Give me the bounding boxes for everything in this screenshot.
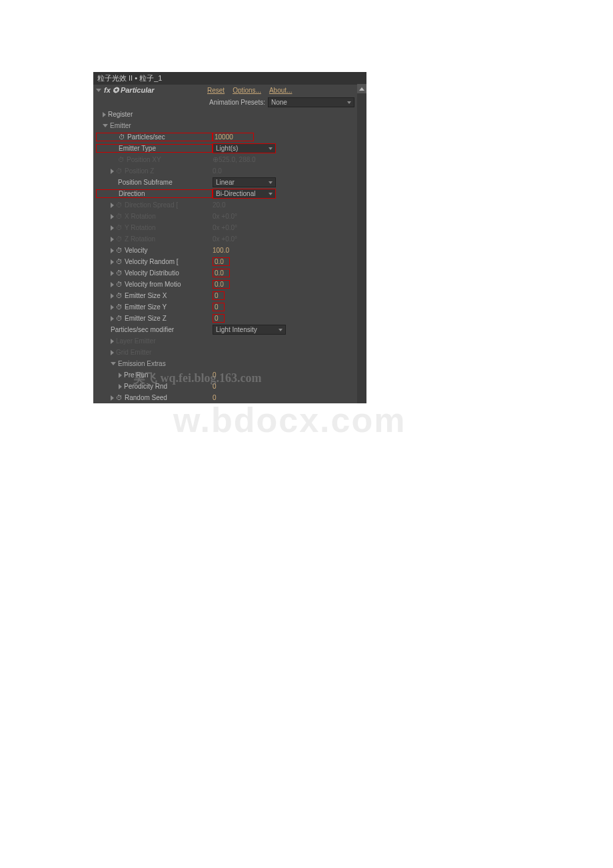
register-group[interactable]: Register — [108, 111, 133, 118]
expand-icon[interactable] — [103, 112, 106, 117]
preset-dropdown[interactable]: None — [268, 97, 354, 107]
stopwatch-icon[interactable]: ⏱ — [116, 167, 123, 175]
property-row: ⏱Velocity Random [0.0 — [93, 256, 366, 267]
property-name: Emitter Type — [119, 145, 156, 152]
stopwatch-icon[interactable]: ⏱ — [116, 394, 123, 401]
property-name: Direction Spread [ — [125, 201, 178, 209]
expand-icon[interactable] — [111, 305, 114, 310]
property-row: DirectionBi-Directional — [93, 188, 366, 199]
expand-icon[interactable] — [111, 293, 114, 299]
property-row: ⏱Emitter Size Z0 — [93, 313, 366, 324]
property-name: X Rotation — [125, 213, 156, 220]
expand-icon[interactable] — [111, 259, 114, 265]
stopwatch-icon[interactable]: ⏱ — [116, 258, 123, 265]
property-name: Velocity from Motio — [125, 281, 181, 288]
position-target-icon[interactable]: ⊕ — [213, 155, 219, 164]
property-value[interactable]: 0.0 — [213, 167, 222, 175]
expand-icon[interactable] — [111, 350, 114, 355]
property-value[interactable]: 525.0, 288.0 — [219, 156, 256, 163]
expand-icon[interactable] — [111, 225, 114, 231]
stopwatch-icon[interactable]: ⏱ — [116, 269, 123, 277]
options-link[interactable]: Options... — [233, 87, 261, 94]
expand-icon[interactable] — [111, 248, 114, 253]
stopwatch-icon[interactable]: ⏱ — [116, 292, 123, 299]
emission-extras-group[interactable]: Emission Extras — [118, 360, 166, 367]
property-name: Velocity — [125, 247, 147, 254]
stopwatch-icon[interactable]: ⏱ — [116, 213, 123, 220]
property-value[interactable]: 20.0 — [213, 201, 225, 209]
property-dropdown[interactable]: Light(s) — [213, 143, 276, 153]
property-value[interactable]: 0x +0.0° — [213, 224, 237, 231]
modifier-dropdown[interactable]: Light Intensity — [213, 325, 286, 335]
effect-header: fx ✪ Particular Reset Options... About..… — [93, 85, 366, 96]
property-value[interactable]: 0.0 — [213, 280, 230, 289]
stopwatch-icon[interactable]: ⏱ — [116, 224, 123, 231]
property-name: Y Rotation — [125, 224, 156, 231]
property-value[interactable]: 10000 — [213, 133, 254, 141]
property-row: ⏱Velocity from Motio0.0 — [93, 279, 366, 290]
expand-icon[interactable] — [111, 316, 114, 321]
property-name: Emitter Size X — [125, 292, 167, 299]
expand-icon[interactable] — [111, 237, 114, 242]
property-value[interactable]: 0.0 — [213, 257, 230, 266]
panel-title: 粒子光效 II • 粒子_1 — [93, 72, 366, 85]
property-name: Position Z — [125, 167, 154, 175]
collapse-icon[interactable] — [111, 362, 116, 365]
scroll-up-button[interactable] — [357, 84, 366, 93]
property-name: Z Rotation — [125, 235, 155, 243]
property-value[interactable]: 0 — [213, 314, 225, 323]
property-row: Emitter TypeLight(s) — [93, 143, 366, 154]
expand-icon[interactable] — [111, 169, 114, 174]
stopwatch-icon[interactable]: ⏱ — [116, 247, 123, 254]
property-name: Velocity Random [ — [125, 258, 179, 265]
property-name: Emitter Size Z — [125, 315, 167, 322]
effect-controls-panel: 粒子光效 II • 粒子_1 fx ✪ Particular Reset Opt… — [93, 72, 366, 403]
property-name: Velocity Distributio — [125, 269, 179, 277]
stopwatch-icon[interactable]: ⏱ — [119, 133, 125, 141]
property-value[interactable]: 0x +0.0° — [213, 235, 237, 243]
property-row: Position SubframeLinear — [93, 177, 366, 188]
expand-icon[interactable] — [111, 395, 114, 401]
property-value[interactable]: 0x +0.0° — [213, 213, 237, 220]
property-name: Position Subframe — [118, 179, 173, 186]
property-value[interactable]: 100.0 — [213, 247, 229, 254]
property-dropdown[interactable]: Bi-Directional — [213, 189, 276, 199]
stopwatch-icon[interactable]: ⏱ — [116, 281, 123, 288]
particles-sec-modifier-label: Particles/sec modifier — [111, 326, 174, 333]
expand-icon[interactable] — [111, 214, 114, 219]
expand-icon[interactable] — [111, 339, 114, 344]
pre-run-value[interactable]: 0 — [213, 371, 217, 379]
stopwatch-icon[interactable]: ⏱ — [116, 235, 123, 243]
property-dropdown[interactable]: Linear — [213, 177, 276, 187]
random-seed-value[interactable]: 0 — [213, 394, 217, 401]
property-name: Emitter Size Y — [125, 303, 167, 311]
stopwatch-icon[interactable]: ⏱ — [118, 156, 125, 163]
chevron-down-icon — [279, 329, 283, 331]
property-row: ⏱Position XY⊕ 525.0, 288.0 — [93, 154, 366, 165]
property-value[interactable]: 0 — [213, 291, 225, 300]
property-value[interactable]: 0.0 — [213, 269, 230, 277]
property-row: ⏱Velocity100.0 — [93, 245, 366, 256]
expand-icon[interactable] — [119, 384, 122, 389]
expand-icon[interactable] — [111, 271, 114, 276]
property-row: ⏱Direction Spread [20.0 — [93, 199, 366, 211]
stopwatch-icon[interactable]: ⏱ — [116, 201, 123, 209]
property-value[interactable]: 0 — [213, 303, 225, 311]
chevron-down-icon — [269, 181, 273, 184]
property-row: ⏱Velocity Distributio0.0 — [93, 267, 366, 279]
about-link[interactable]: About... — [269, 87, 292, 94]
emitter-group[interactable]: Emitter — [110, 122, 131, 129]
collapse-icon[interactable] — [96, 89, 101, 92]
collapse-icon[interactable] — [103, 124, 108, 127]
expand-icon[interactable] — [111, 203, 114, 208]
property-row: ⏱Emitter Size Y0 — [93, 301, 366, 313]
stopwatch-icon[interactable]: ⏱ — [116, 303, 123, 311]
reset-link[interactable]: Reset — [207, 87, 225, 94]
property-name: Particles/sec — [127, 133, 165, 141]
stopwatch-icon[interactable]: ⏱ — [116, 315, 123, 322]
scrollbar[interactable] — [357, 84, 366, 403]
expand-icon[interactable] — [119, 373, 122, 378]
property-row: ⏱Position Z0.0 — [93, 165, 366, 177]
periodicity-value[interactable]: 0 — [213, 383, 217, 390]
expand-icon[interactable] — [111, 282, 114, 287]
